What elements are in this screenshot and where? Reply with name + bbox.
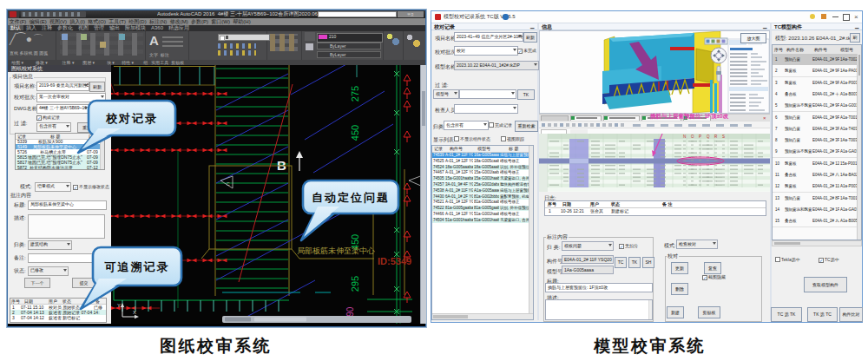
svg-text:ID:5349: ID:5349 (378, 256, 411, 266)
svg-text:S: S (722, 135, 725, 139)
svg-text:P: P (699, 135, 701, 139)
svg-text:C: C (227, 181, 230, 187)
svg-text:Q: Q (707, 135, 710, 139)
svg-text:O: O (691, 135, 694, 139)
svg-text:450: 450 (350, 125, 360, 141)
svg-text:N: N (683, 135, 686, 139)
svg-text:X: X (133, 310, 136, 315)
svg-text:295: 295 (350, 276, 360, 292)
svg-text:局部板筋未伸至梁中心: 局部板筋未伸至梁中心 (297, 246, 375, 255)
svg-text:Y: Y (117, 303, 121, 308)
svg-text:275: 275 (350, 86, 360, 102)
